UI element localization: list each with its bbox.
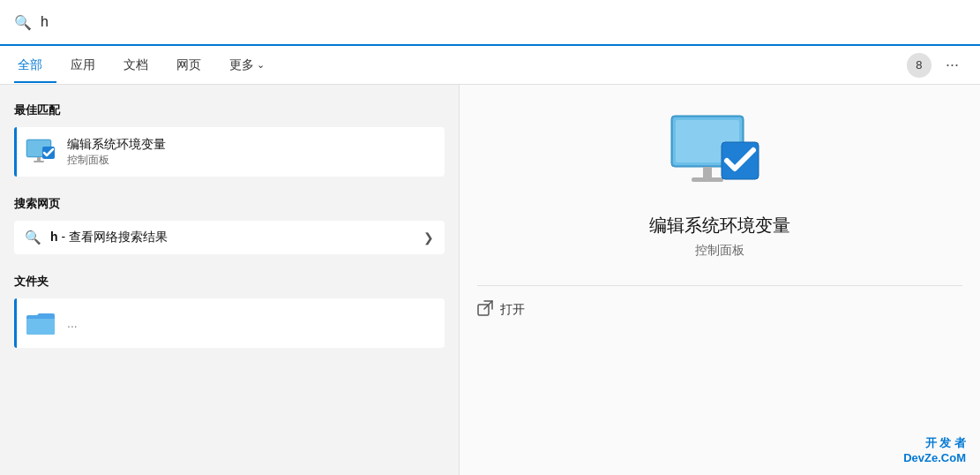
svg-rect-3 xyxy=(34,161,44,162)
monitor-small-icon xyxy=(25,136,56,168)
web-search-text: h - 查看网络搜索结果 xyxy=(50,230,168,245)
svg-rect-8 xyxy=(703,167,712,177)
best-match-item-title: 编辑系统环境变量 xyxy=(67,137,166,153)
open-label: 打开 xyxy=(500,302,525,318)
detail-title: 编辑系统环境变量 xyxy=(649,214,790,238)
main-content: 最佳匹配 编辑系统环境变量 控制面板 xyxy=(0,85,980,475)
search-icon: 🔍 xyxy=(14,14,32,31)
watermark-line2: DevZe.CoM xyxy=(903,451,966,466)
tab-docs[interactable]: 文档 xyxy=(109,49,162,82)
open-button[interactable]: 打开 xyxy=(477,300,525,320)
left-panel: 最佳匹配 编辑系统环境变量 控制面板 xyxy=(0,85,459,475)
tab-apps[interactable]: 应用 xyxy=(56,49,109,82)
best-match-title: 最佳匹配 xyxy=(14,102,445,118)
svg-rect-2 xyxy=(37,157,41,161)
web-search-left: 🔍 h - 查看网络搜索结果 xyxy=(25,230,168,245)
search-input[interactable] xyxy=(41,14,966,30)
detail-subtitle: 控制面板 xyxy=(695,243,744,259)
tabs-bar: 全部 应用 文档 网页 更多 ⌄ 8 ··· xyxy=(0,46,980,85)
web-search-section: 搜索网页 🔍 h - 查看网络搜索结果 ❯ xyxy=(14,196,445,254)
folder-icon xyxy=(25,307,56,339)
best-match-item-subtitle: 控制面板 xyxy=(67,153,166,168)
action-row: 打开 xyxy=(477,300,962,320)
right-panel: 编辑系统环境变量 控制面板 打开 开 发 者 DevZe.CoM xyxy=(459,85,980,475)
chevron-right-icon: ❯ xyxy=(423,230,434,245)
results-badge: 8 xyxy=(907,53,931,78)
folder-item-title: ... xyxy=(67,316,78,330)
folder-title: 文件夹 xyxy=(14,274,445,290)
watermark: 开 发 者 DevZe.CoM xyxy=(903,436,966,466)
folder-small-icon xyxy=(25,310,56,336)
tab-all[interactable]: 全部 xyxy=(14,49,56,82)
open-external-icon xyxy=(477,300,493,320)
monitor-large-icon xyxy=(667,111,773,200)
folder-section: 文件夹 ... xyxy=(14,274,445,348)
search-small-icon: 🔍 xyxy=(25,230,41,245)
watermark-line1: 开 发 者 xyxy=(903,436,966,451)
web-search-query: h xyxy=(50,230,58,244)
best-match-icon xyxy=(25,136,56,168)
detail-icon-area xyxy=(667,111,773,200)
web-search-title: 搜索网页 xyxy=(14,196,445,212)
more-options-button[interactable]: ··· xyxy=(939,52,966,78)
tab-more[interactable]: 更多 ⌄ xyxy=(215,49,279,82)
search-bar[interactable]: 🔍 xyxy=(0,0,980,46)
best-match-text: 编辑系统环境变量 控制面板 xyxy=(67,137,166,168)
best-match-item[interactable]: 编辑系统环境变量 控制面板 xyxy=(14,127,445,177)
web-search-label: - 查看网络搜索结果 xyxy=(58,230,168,244)
chevron-down-icon: ⌄ xyxy=(257,59,265,71)
external-link-icon xyxy=(477,300,493,316)
tab-web[interactable]: 网页 xyxy=(162,49,215,82)
svg-rect-9 xyxy=(692,177,723,182)
folder-item[interactable]: ... xyxy=(14,298,445,348)
web-search-item[interactable]: 🔍 h - 查看网络搜索结果 ❯ xyxy=(14,221,445,254)
folder-item-text: ... xyxy=(67,316,78,330)
detail-divider xyxy=(477,285,962,286)
